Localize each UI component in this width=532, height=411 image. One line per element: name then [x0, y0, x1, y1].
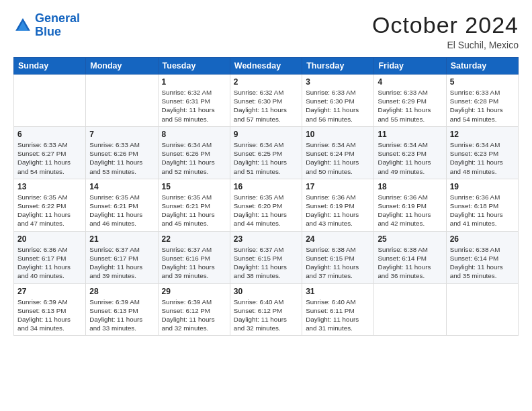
calendar-cell: 18Sunrise: 6:36 AM Sunset: 6:19 PM Dayli…	[374, 179, 446, 231]
day-number: 30	[234, 287, 298, 296]
calendar-cell: 16Sunrise: 6:35 AM Sunset: 6:20 PM Dayli…	[230, 179, 302, 231]
cell-info: Sunrise: 6:32 AM Sunset: 6:31 PM Dayligh…	[162, 88, 226, 124]
cell-info: Sunrise: 6:33 AM Sunset: 6:26 PM Dayligh…	[89, 140, 154, 176]
day-number: 29	[162, 287, 226, 296]
cell-info: Sunrise: 6:37 AM Sunset: 6:15 PM Dayligh…	[234, 245, 298, 281]
logo-text: General Blue	[35, 12, 80, 39]
calendar-cell: 1Sunrise: 6:32 AM Sunset: 6:31 PM Daylig…	[158, 75, 230, 127]
day-number: 11	[378, 130, 442, 139]
cell-info: Sunrise: 6:35 AM Sunset: 6:20 PM Dayligh…	[234, 193, 298, 228]
calendar-cell: 3Sunrise: 6:33 AM Sunset: 6:30 PM Daylig…	[302, 75, 374, 127]
calendar-cell: 13Sunrise: 6:35 AM Sunset: 6:22 PM Dayli…	[14, 179, 86, 231]
day-number: 22	[162, 234, 226, 244]
cell-info: Sunrise: 6:35 AM Sunset: 6:22 PM Dayligh…	[17, 193, 82, 228]
cell-info: Sunrise: 6:34 AM Sunset: 6:23 PM Dayligh…	[378, 140, 442, 176]
calendar-cell: 8Sunrise: 6:34 AM Sunset: 6:26 PM Daylig…	[158, 126, 230, 179]
cell-info: Sunrise: 6:34 AM Sunset: 6:25 PM Dayligh…	[234, 140, 298, 176]
calendar-cell: 31Sunrise: 6:40 AM Sunset: 6:11 PM Dayli…	[302, 283, 374, 336]
day-number: 24	[306, 234, 370, 244]
day-number: 1	[162, 77, 226, 87]
calendar: SundayMondayTuesdayWednesdayThursdayFrid…	[13, 57, 519, 336]
cell-info: Sunrise: 6:36 AM Sunset: 6:17 PM Dayligh…	[17, 245, 82, 281]
day-number: 6	[17, 130, 82, 139]
calendar-cell	[446, 283, 518, 336]
calendar-cell: 26Sunrise: 6:38 AM Sunset: 6:14 PM Dayli…	[446, 231, 518, 283]
day-number: 21	[89, 234, 154, 244]
calendar-cell	[86, 75, 158, 127]
calendar-cell: 6Sunrise: 6:33 AM Sunset: 6:27 PM Daylig…	[14, 126, 86, 179]
day-number: 10	[306, 130, 370, 139]
calendar-cell: 30Sunrise: 6:40 AM Sunset: 6:12 PM Dayli…	[230, 283, 302, 336]
day-number: 18	[378, 182, 442, 191]
cell-info: Sunrise: 6:37 AM Sunset: 6:16 PM Dayligh…	[162, 245, 226, 281]
calendar-cell: 14Sunrise: 6:35 AM Sunset: 6:21 PM Dayli…	[86, 179, 158, 231]
calendar-cell: 29Sunrise: 6:39 AM Sunset: 6:12 PM Dayli…	[158, 283, 230, 336]
calendar-cell: 28Sunrise: 6:39 AM Sunset: 6:13 PM Dayli…	[86, 283, 158, 336]
calendar-cell: 15Sunrise: 6:35 AM Sunset: 6:21 PM Dayli…	[158, 179, 230, 231]
calendar-header-row: SundayMondayTuesdayWednesdayThursdayFrid…	[14, 58, 519, 75]
calendar-header-friday: Friday	[374, 58, 446, 75]
day-number: 4	[378, 77, 442, 87]
cell-info: Sunrise: 6:33 AM Sunset: 6:29 PM Dayligh…	[378, 88, 442, 124]
calendar-cell: 25Sunrise: 6:38 AM Sunset: 6:14 PM Dayli…	[374, 231, 446, 283]
calendar-cell: 23Sunrise: 6:37 AM Sunset: 6:15 PM Dayli…	[230, 231, 302, 283]
cell-info: Sunrise: 6:38 AM Sunset: 6:14 PM Dayligh…	[450, 245, 515, 281]
cell-info: Sunrise: 6:39 AM Sunset: 6:12 PM Dayligh…	[162, 298, 226, 333]
day-number: 23	[234, 234, 298, 244]
calendar-cell: 2Sunrise: 6:32 AM Sunset: 6:30 PM Daylig…	[230, 75, 302, 127]
calendar-header-monday: Monday	[86, 58, 158, 75]
calendar-cell: 12Sunrise: 6:34 AM Sunset: 6:23 PM Dayli…	[446, 126, 518, 179]
header: General Blue October 2024 El Suchil, Mex…	[13, 12, 519, 50]
day-number: 17	[306, 182, 370, 191]
cell-info: Sunrise: 6:40 AM Sunset: 6:12 PM Dayligh…	[234, 298, 298, 333]
day-number: 20	[17, 234, 82, 244]
calendar-cell: 4Sunrise: 6:33 AM Sunset: 6:29 PM Daylig…	[374, 75, 446, 127]
day-number: 28	[89, 287, 154, 296]
week-row-3: 13Sunrise: 6:35 AM Sunset: 6:22 PM Dayli…	[14, 179, 519, 231]
cell-info: Sunrise: 6:34 AM Sunset: 6:23 PM Dayligh…	[450, 140, 515, 176]
calendar-cell	[374, 283, 446, 336]
cell-info: Sunrise: 6:38 AM Sunset: 6:15 PM Dayligh…	[306, 245, 370, 281]
calendar-cell: 19Sunrise: 6:36 AM Sunset: 6:18 PM Dayli…	[446, 179, 518, 231]
cell-info: Sunrise: 6:35 AM Sunset: 6:21 PM Dayligh…	[89, 193, 154, 228]
cell-info: Sunrise: 6:38 AM Sunset: 6:14 PM Dayligh…	[378, 245, 442, 281]
day-number: 16	[234, 182, 298, 191]
logo-icon	[13, 16, 32, 35]
day-number: 31	[306, 287, 370, 296]
week-row-1: 1Sunrise: 6:32 AM Sunset: 6:31 PM Daylig…	[14, 75, 519, 127]
day-number: 27	[17, 287, 82, 296]
cell-info: Sunrise: 6:40 AM Sunset: 6:11 PM Dayligh…	[306, 298, 370, 333]
calendar-cell: 11Sunrise: 6:34 AM Sunset: 6:23 PM Dayli…	[374, 126, 446, 179]
calendar-cell: 21Sunrise: 6:37 AM Sunset: 6:17 PM Dayli…	[86, 231, 158, 283]
day-number: 7	[89, 130, 154, 139]
day-number: 2	[234, 77, 298, 87]
cell-info: Sunrise: 6:33 AM Sunset: 6:30 PM Dayligh…	[306, 88, 370, 124]
calendar-header-thursday: Thursday	[302, 58, 374, 75]
page: General Blue October 2024 El Suchil, Mex…	[0, 0, 532, 411]
cell-info: Sunrise: 6:32 AM Sunset: 6:30 PM Dayligh…	[234, 88, 298, 124]
cell-info: Sunrise: 6:35 AM Sunset: 6:21 PM Dayligh…	[162, 193, 226, 228]
cell-info: Sunrise: 6:33 AM Sunset: 6:28 PM Dayligh…	[450, 88, 515, 124]
day-number: 14	[89, 182, 154, 191]
calendar-header-saturday: Saturday	[446, 58, 518, 75]
calendar-cell: 22Sunrise: 6:37 AM Sunset: 6:16 PM Dayli…	[158, 231, 230, 283]
cell-info: Sunrise: 6:36 AM Sunset: 6:19 PM Dayligh…	[378, 193, 442, 228]
calendar-cell: 10Sunrise: 6:34 AM Sunset: 6:24 PM Dayli…	[302, 126, 374, 179]
calendar-cell	[14, 75, 86, 127]
calendar-header-tuesday: Tuesday	[158, 58, 230, 75]
title-block: October 2024 El Suchil, Mexico	[372, 12, 519, 50]
logo: General Blue	[13, 12, 80, 39]
cell-info: Sunrise: 6:39 AM Sunset: 6:13 PM Dayligh…	[89, 298, 154, 333]
calendar-cell: 7Sunrise: 6:33 AM Sunset: 6:26 PM Daylig…	[86, 126, 158, 179]
calendar-cell: 20Sunrise: 6:36 AM Sunset: 6:17 PM Dayli…	[14, 231, 86, 283]
calendar-cell: 24Sunrise: 6:38 AM Sunset: 6:15 PM Dayli…	[302, 231, 374, 283]
day-number: 9	[234, 130, 298, 139]
day-number: 8	[162, 130, 226, 139]
calendar-cell: 27Sunrise: 6:39 AM Sunset: 6:13 PM Dayli…	[14, 283, 86, 336]
calendar-cell: 17Sunrise: 6:36 AM Sunset: 6:19 PM Dayli…	[302, 179, 374, 231]
cell-info: Sunrise: 6:36 AM Sunset: 6:19 PM Dayligh…	[306, 193, 370, 228]
week-row-2: 6Sunrise: 6:33 AM Sunset: 6:27 PM Daylig…	[14, 126, 519, 179]
cell-info: Sunrise: 6:34 AM Sunset: 6:24 PM Dayligh…	[306, 140, 370, 176]
day-number: 26	[450, 234, 515, 244]
cell-info: Sunrise: 6:39 AM Sunset: 6:13 PM Dayligh…	[17, 298, 82, 333]
